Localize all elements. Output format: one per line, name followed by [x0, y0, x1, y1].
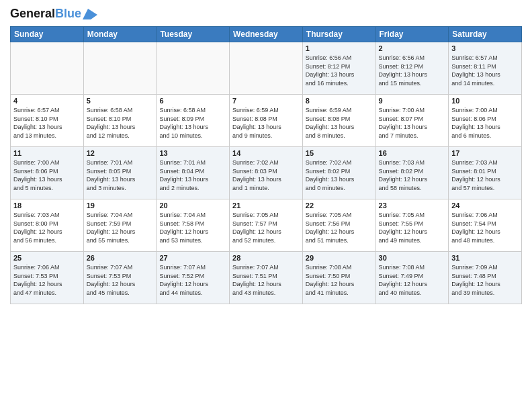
day-cell: 21Sunrise: 7:05 AM Sunset: 7:57 PM Dayli… — [230, 199, 303, 252]
day-info: Sunrise: 7:04 AM Sunset: 7:59 PM Dayligh… — [87, 211, 154, 244]
day-info: Sunrise: 7:01 AM Sunset: 8:05 PM Dayligh… — [87, 158, 154, 192]
day-info: Sunrise: 6:56 AM Sunset: 8:12 PM Dayligh… — [379, 54, 446, 87]
day-number: 22 — [306, 201, 373, 210]
day-info: Sunrise: 7:03 AM Sunset: 8:00 PM Dayligh… — [13, 211, 81, 244]
day-number: 25 — [13, 254, 81, 262]
week-row-3: 11Sunrise: 7:00 AM Sunset: 8:06 PM Dayli… — [11, 147, 522, 199]
day-info: Sunrise: 7:08 AM Sunset: 7:50 PM Dayligh… — [306, 263, 373, 297]
day-cell — [230, 42, 303, 95]
day-info: Sunrise: 7:07 AM Sunset: 7:52 PM Dayligh… — [159, 263, 226, 297]
day-number: 3 — [451, 44, 519, 52]
day-cell: 6Sunrise: 6:58 AM Sunset: 8:09 PM Daylig… — [157, 95, 230, 147]
day-info: Sunrise: 6:58 AM Sunset: 8:09 PM Dayligh… — [159, 106, 226, 140]
day-info: Sunrise: 7:03 AM Sunset: 8:02 PM Dayligh… — [379, 158, 446, 192]
day-number: 20 — [159, 201, 226, 210]
day-cell: 5Sunrise: 6:58 AM Sunset: 8:10 PM Daylig… — [83, 95, 157, 147]
day-cell — [157, 42, 230, 95]
day-cell: 20Sunrise: 7:04 AM Sunset: 7:58 PM Dayli… — [157, 199, 230, 252]
day-cell: 4Sunrise: 6:57 AM Sunset: 8:10 PM Daylig… — [11, 95, 84, 147]
day-number: 1 — [306, 44, 373, 52]
header-wednesday: Wednesday — [230, 27, 303, 42]
day-cell: 9Sunrise: 7:00 AM Sunset: 8:07 PM Daylig… — [375, 95, 449, 147]
day-info: Sunrise: 6:57 AM Sunset: 8:10 PM Dayligh… — [13, 106, 81, 140]
day-info: Sunrise: 6:57 AM Sunset: 8:11 PM Dayligh… — [451, 54, 519, 87]
logo: GeneralBlue — [10, 7, 97, 21]
day-number: 17 — [451, 149, 519, 157]
day-info: Sunrise: 6:59 AM Sunset: 8:08 PM Dayligh… — [306, 106, 373, 140]
day-number: 26 — [87, 254, 154, 262]
day-number: 5 — [87, 97, 154, 105]
header-sunday: Sunday — [11, 27, 84, 42]
day-cell: 28Sunrise: 7:07 AM Sunset: 7:51 PM Dayli… — [230, 252, 303, 304]
day-cell: 15Sunrise: 7:02 AM Sunset: 8:02 PM Dayli… — [302, 147, 375, 199]
day-number: 14 — [232, 149, 300, 157]
week-row-2: 4Sunrise: 6:57 AM Sunset: 8:10 PM Daylig… — [11, 95, 522, 147]
day-cell: 18Sunrise: 7:03 AM Sunset: 8:00 PM Dayli… — [11, 199, 84, 252]
calendar-table: SundayMondayTuesdayWednesdayThursdayFrid… — [10, 26, 522, 304]
week-row-1: 1Sunrise: 6:56 AM Sunset: 8:12 PM Daylig… — [11, 42, 522, 95]
day-cell: 25Sunrise: 7:06 AM Sunset: 7:53 PM Dayli… — [11, 252, 84, 304]
day-number: 23 — [379, 201, 446, 210]
day-number: 19 — [87, 201, 154, 210]
day-number: 30 — [379, 254, 446, 262]
day-number: 4 — [13, 97, 81, 105]
header-friday: Friday — [375, 27, 449, 42]
day-number: 31 — [451, 254, 519, 262]
week-row-5: 25Sunrise: 7:06 AM Sunset: 7:53 PM Dayli… — [11, 252, 522, 304]
day-number: 9 — [379, 97, 446, 105]
day-cell: 17Sunrise: 7:03 AM Sunset: 8:01 PM Dayli… — [449, 147, 522, 199]
calendar-page: GeneralBlue SundayMondayTuesdayWednesday… — [0, 0, 532, 411]
day-info: Sunrise: 7:08 AM Sunset: 7:49 PM Dayligh… — [379, 263, 446, 297]
day-info: Sunrise: 7:02 AM Sunset: 8:02 PM Dayligh… — [306, 158, 373, 192]
day-number: 18 — [13, 201, 81, 210]
day-cell: 7Sunrise: 6:59 AM Sunset: 8:08 PM Daylig… — [230, 95, 303, 147]
day-cell: 10Sunrise: 7:00 AM Sunset: 8:06 PM Dayli… — [449, 95, 522, 147]
day-info: Sunrise: 7:06 AM Sunset: 7:54 PM Dayligh… — [451, 211, 519, 244]
day-info: Sunrise: 7:02 AM Sunset: 8:03 PM Dayligh… — [232, 158, 300, 192]
day-info: Sunrise: 7:04 AM Sunset: 7:58 PM Dayligh… — [159, 211, 226, 244]
day-cell: 27Sunrise: 7:07 AM Sunset: 7:52 PM Dayli… — [157, 252, 230, 304]
day-cell: 26Sunrise: 7:07 AM Sunset: 7:53 PM Dayli… — [83, 252, 157, 304]
day-info: Sunrise: 7:05 AM Sunset: 7:56 PM Dayligh… — [306, 211, 373, 244]
day-cell: 3Sunrise: 6:57 AM Sunset: 8:11 PM Daylig… — [449, 42, 522, 95]
logo-bird-icon — [83, 9, 97, 19]
day-cell: 23Sunrise: 7:05 AM Sunset: 7:55 PM Dayli… — [375, 199, 449, 252]
day-cell: 11Sunrise: 7:00 AM Sunset: 8:06 PM Dayli… — [11, 147, 84, 199]
day-cell: 13Sunrise: 7:01 AM Sunset: 8:04 PM Dayli… — [157, 147, 230, 199]
calendar-header-row: SundayMondayTuesdayWednesdayThursdayFrid… — [11, 27, 522, 42]
day-number: 2 — [379, 44, 446, 52]
day-info: Sunrise: 7:05 AM Sunset: 7:55 PM Dayligh… — [379, 211, 446, 244]
day-info: Sunrise: 7:01 AM Sunset: 8:04 PM Dayligh… — [159, 158, 226, 192]
day-number: 10 — [451, 97, 519, 105]
day-info: Sunrise: 6:58 AM Sunset: 8:10 PM Dayligh… — [87, 106, 154, 140]
day-cell: 30Sunrise: 7:08 AM Sunset: 7:49 PM Dayli… — [375, 252, 449, 304]
day-info: Sunrise: 7:05 AM Sunset: 7:57 PM Dayligh… — [232, 211, 300, 244]
day-cell: 14Sunrise: 7:02 AM Sunset: 8:03 PM Dayli… — [230, 147, 303, 199]
day-cell: 2Sunrise: 6:56 AM Sunset: 8:12 PM Daylig… — [375, 42, 449, 95]
day-cell — [83, 42, 157, 95]
day-info: Sunrise: 7:06 AM Sunset: 7:53 PM Dayligh… — [13, 263, 81, 297]
day-cell: 24Sunrise: 7:06 AM Sunset: 7:54 PM Dayli… — [449, 199, 522, 252]
day-info: Sunrise: 7:07 AM Sunset: 7:53 PM Dayligh… — [87, 263, 154, 297]
day-number: 21 — [232, 201, 300, 210]
day-number: 16 — [379, 149, 446, 157]
header: GeneralBlue — [10, 7, 522, 21]
day-info: Sunrise: 6:59 AM Sunset: 8:08 PM Dayligh… — [232, 106, 300, 140]
day-cell: 8Sunrise: 6:59 AM Sunset: 8:08 PM Daylig… — [302, 95, 375, 147]
day-cell: 31Sunrise: 7:09 AM Sunset: 7:48 PM Dayli… — [449, 252, 522, 304]
day-number: 13 — [159, 149, 226, 157]
day-number: 12 — [87, 149, 154, 157]
day-info: Sunrise: 7:03 AM Sunset: 8:01 PM Dayligh… — [451, 158, 519, 192]
day-number: 24 — [451, 201, 519, 210]
day-cell: 12Sunrise: 7:01 AM Sunset: 8:05 PM Dayli… — [83, 147, 157, 199]
day-number: 11 — [13, 149, 81, 157]
day-number: 28 — [232, 254, 300, 262]
day-info: Sunrise: 6:56 AM Sunset: 8:12 PM Dayligh… — [306, 54, 373, 87]
svg-marker-0 — [83, 9, 97, 19]
day-info: Sunrise: 7:00 AM Sunset: 8:06 PM Dayligh… — [13, 158, 81, 192]
day-cell: 19Sunrise: 7:04 AM Sunset: 7:59 PM Dayli… — [83, 199, 157, 252]
day-number: 6 — [159, 97, 226, 105]
header-thursday: Thursday — [302, 27, 375, 42]
day-info: Sunrise: 7:00 AM Sunset: 8:06 PM Dayligh… — [451, 106, 519, 140]
day-cell: 1Sunrise: 6:56 AM Sunset: 8:12 PM Daylig… — [302, 42, 375, 95]
